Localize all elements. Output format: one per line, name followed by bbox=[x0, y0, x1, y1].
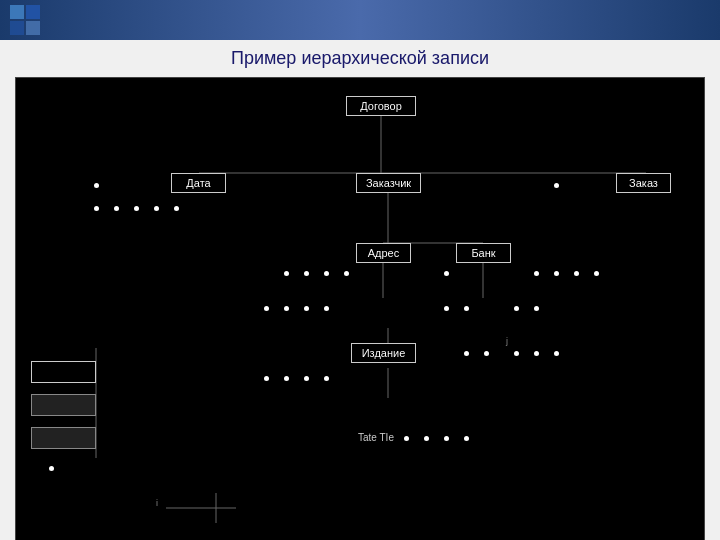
svg-rect-0 bbox=[10, 5, 24, 19]
dot-15 bbox=[574, 271, 579, 276]
dot-2 bbox=[94, 206, 99, 211]
diagram-container: Договор Дата Заказчик Заказ Адрес Банк И… bbox=[15, 77, 705, 540]
dot-19 bbox=[304, 306, 309, 311]
dot-35 bbox=[424, 436, 429, 441]
dot-26 bbox=[284, 376, 289, 381]
dot-3 bbox=[114, 206, 119, 211]
dot-25 bbox=[264, 376, 269, 381]
left-box-3 bbox=[31, 427, 96, 449]
dot-13 bbox=[534, 271, 539, 276]
svg-rect-3 bbox=[26, 21, 40, 35]
logo-icon bbox=[10, 5, 40, 35]
node-data: Дата bbox=[171, 173, 226, 193]
bottom-label-1: i bbox=[156, 498, 158, 508]
dot-7 bbox=[554, 183, 559, 188]
header-bar bbox=[0, 0, 720, 40]
dot-18 bbox=[284, 306, 289, 311]
dot-30 bbox=[484, 351, 489, 356]
dot-16 bbox=[594, 271, 599, 276]
left-box-2 bbox=[31, 394, 96, 416]
dot-5 bbox=[154, 206, 159, 211]
tate-tie-label: Tate TIe bbox=[358, 432, 394, 443]
dot-23 bbox=[514, 306, 519, 311]
dot-34 bbox=[404, 436, 409, 441]
dot-8 bbox=[284, 271, 289, 276]
diagram-svg bbox=[16, 78, 704, 540]
dot-27 bbox=[304, 376, 309, 381]
node-izdanie: Издание bbox=[351, 343, 416, 363]
dot-32 bbox=[534, 351, 539, 356]
dot-10 bbox=[324, 271, 329, 276]
dot-24 bbox=[534, 306, 539, 311]
dot-38 bbox=[49, 466, 54, 471]
dot-36 bbox=[444, 436, 449, 441]
dot-4 bbox=[134, 206, 139, 211]
node-zakazchik: Заказчик bbox=[356, 173, 421, 193]
dot-6 bbox=[174, 206, 179, 211]
dot-31 bbox=[514, 351, 519, 356]
node-bank: Банк bbox=[456, 243, 511, 263]
dot-1 bbox=[94, 183, 99, 188]
dot-12 bbox=[444, 271, 449, 276]
dot-37 bbox=[464, 436, 469, 441]
dot-22 bbox=[464, 306, 469, 311]
dot-11 bbox=[344, 271, 349, 276]
svg-rect-1 bbox=[26, 5, 40, 19]
page-title: Пример иерархической записи bbox=[0, 48, 720, 69]
dot-21 bbox=[444, 306, 449, 311]
dot-17 bbox=[264, 306, 269, 311]
svg-rect-2 bbox=[10, 21, 24, 35]
dot-14 bbox=[554, 271, 559, 276]
node-adres: Адрес bbox=[356, 243, 411, 263]
node-dogovor: Договор bbox=[346, 96, 416, 116]
dot-29 bbox=[464, 351, 469, 356]
dot-9 bbox=[304, 271, 309, 276]
dot-20 bbox=[324, 306, 329, 311]
bottom-label-2: j bbox=[506, 336, 508, 346]
dot-28 bbox=[324, 376, 329, 381]
dot-33 bbox=[554, 351, 559, 356]
left-box-1 bbox=[31, 361, 96, 383]
node-zakaz: Заказ bbox=[616, 173, 671, 193]
